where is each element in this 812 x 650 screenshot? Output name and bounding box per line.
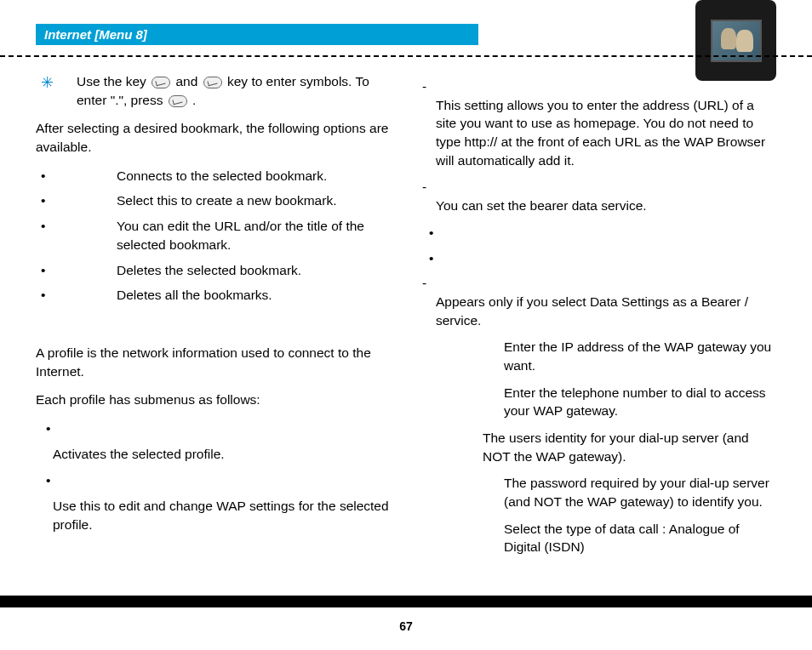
- left-column: ✳ Use the key and key to enter symbols. …: [36, 72, 393, 596]
- bullet-text: Deletes all the bookmarks.: [117, 286, 393, 305]
- password-text: The password required by your dial-up se…: [419, 474, 776, 510]
- bullet-icon: •: [36, 167, 117, 185]
- list-item: • You can edit the URL and/or the title …: [36, 217, 393, 254]
- bullet-icon: •: [36, 217, 117, 254]
- key-icon: [169, 95, 187, 107]
- list-item: •: [419, 249, 776, 268]
- divider-dashed: [0, 55, 812, 57]
- list-item: •: [419, 224, 776, 242]
- right-column: - This setting allows you to enter the a…: [419, 72, 776, 596]
- phone-illustration: [695, 0, 776, 81]
- dash-item: -: [419, 178, 776, 197]
- list-item: • Select this to create a new bookmark.: [36, 191, 393, 210]
- profile-sub: Each profile has submenus as follows:: [36, 391, 393, 409]
- tip-end: .: [192, 93, 196, 107]
- bullet-text: [66, 419, 393, 438]
- key-icon: [152, 77, 170, 88]
- homepage-text: This setting allows you to enter the add…: [419, 96, 776, 170]
- list-item: •: [36, 419, 393, 438]
- data-settings-text: Appears only if you select Data Settings…: [419, 293, 776, 329]
- key-icon: [203, 77, 222, 88]
- tip-mid: and: [175, 74, 201, 88]
- activate-text: Activates the selected profile.: [36, 445, 393, 464]
- tip-pre: Use the key: [77, 74, 150, 88]
- settings-text: Use this to edit and change WAP settings…: [36, 497, 393, 533]
- dash-icon: -: [419, 274, 436, 293]
- tip-text: Use the key and key to enter symbols. To…: [77, 72, 393, 109]
- page-number: 67: [0, 619, 812, 633]
- page-content: ✳ Use the key and key to enter symbols. …: [36, 72, 776, 596]
- footer-bar: [0, 596, 812, 607]
- bullet-text: Select this to create a new bookmark.: [117, 191, 393, 210]
- section-header: Internet [Menu 8]: [36, 24, 478, 45]
- bullet-text: Connects to the selected bookmark.: [117, 167, 393, 185]
- bullet-text: Deletes the selected bookmark.: [117, 261, 393, 280]
- dash-icon: -: [419, 178, 436, 197]
- bullet-icon: •: [36, 471, 66, 490]
- bullet-text: [66, 471, 393, 490]
- bearer-text: You can set the bearer data service.: [419, 197, 776, 215]
- tip-row: ✳ Use the key and key to enter symbols. …: [36, 72, 393, 109]
- bullet-icon: •: [36, 261, 117, 280]
- dial-text: Enter the telephone number to dial to ac…: [419, 384, 776, 420]
- bullet-icon: •: [36, 286, 117, 305]
- list-item: • Deletes all the bookmarks.: [36, 286, 393, 305]
- ip-text: Enter the IP address of the WAP gateway …: [419, 338, 776, 374]
- bullet-icon: •: [36, 191, 117, 210]
- dash-item: -: [419, 77, 776, 96]
- dash-icon: -: [419, 77, 436, 96]
- bullet-text: You can edit the URL and/or the title of…: [117, 217, 393, 254]
- bullet-icon: •: [419, 249, 449, 268]
- list-item: • Connects to the selected bookmark.: [36, 167, 393, 185]
- bullet-icon: •: [419, 224, 449, 242]
- list-item: • Deletes the selected bookmark.: [36, 261, 393, 280]
- list-item: •: [36, 471, 393, 490]
- asterisk-icon: ✳: [36, 72, 77, 109]
- bookmark-intro: After selecting a desired bookmark, the …: [36, 119, 393, 156]
- profile-intro: A profile is the network information use…: [36, 344, 393, 380]
- dash-item: -: [419, 274, 776, 293]
- calltype-text: Select the type of data call : Analogue …: [419, 520, 776, 556]
- userid-text: The users identity for your dial-up serv…: [419, 429, 776, 465]
- bullet-icon: •: [36, 419, 66, 438]
